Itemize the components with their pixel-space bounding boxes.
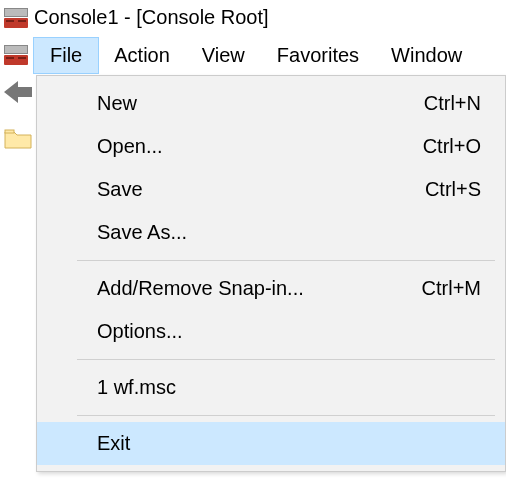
menu-item-save-as[interactable]: Save As... bbox=[37, 211, 505, 254]
file-menu-dropdown: New Ctrl+N Open... Ctrl+O Save Ctrl+S Sa… bbox=[36, 75, 506, 472]
menu-item-label: Save As... bbox=[97, 221, 187, 244]
menu-favorites[interactable]: Favorites bbox=[261, 38, 375, 73]
menu-item-exit[interactable]: Exit bbox=[37, 422, 505, 465]
menu-item-label: New bbox=[97, 92, 137, 115]
menu-separator bbox=[77, 415, 495, 416]
menu-item-label: 1 wf.msc bbox=[97, 376, 176, 399]
menu-item-new[interactable]: New Ctrl+N bbox=[37, 82, 505, 125]
window-title: Console1 - [Console Root] bbox=[34, 6, 269, 29]
svg-rect-7 bbox=[4, 55, 28, 65]
menu-item-label: Open... bbox=[97, 135, 163, 158]
menu-item-shortcut: Ctrl+O bbox=[423, 135, 481, 158]
menu-view[interactable]: View bbox=[186, 38, 261, 73]
menu-item-label: Exit bbox=[97, 432, 130, 455]
menu-separator bbox=[77, 260, 495, 261]
menu-item-recent-1[interactable]: 1 wf.msc bbox=[37, 366, 505, 409]
menu-item-label: Options... bbox=[97, 320, 183, 343]
svg-rect-2 bbox=[4, 18, 28, 28]
back-arrow-icon[interactable] bbox=[4, 81, 32, 108]
titlebar: Console1 - [Console Root] bbox=[0, 0, 506, 35]
svg-rect-4 bbox=[18, 20, 26, 22]
svg-rect-8 bbox=[6, 57, 14, 59]
menu-item-open[interactable]: Open... Ctrl+O bbox=[37, 125, 505, 168]
menu-item-save[interactable]: Save Ctrl+S bbox=[37, 168, 505, 211]
mmc-console-icon bbox=[4, 8, 28, 28]
folder-icon[interactable] bbox=[4, 128, 32, 155]
menu-item-shortcut: Ctrl+S bbox=[425, 178, 481, 201]
svg-rect-11 bbox=[5, 130, 14, 133]
svg-rect-3 bbox=[6, 20, 14, 22]
svg-marker-10 bbox=[4, 81, 32, 103]
menu-separator bbox=[77, 359, 495, 360]
menu-item-options[interactable]: Options... bbox=[37, 310, 505, 353]
menu-file[interactable]: File bbox=[34, 38, 98, 73]
menu-item-label: Save bbox=[97, 178, 143, 201]
menubar: File Action View Favorites Window bbox=[0, 35, 506, 75]
menu-item-label: Add/Remove Snap-in... bbox=[97, 277, 304, 300]
menu-action[interactable]: Action bbox=[98, 38, 186, 73]
mmc-console-icon bbox=[4, 45, 28, 65]
menu-window[interactable]: Window bbox=[375, 38, 478, 73]
svg-rect-6 bbox=[5, 46, 27, 53]
menu-item-shortcut: Ctrl+M bbox=[422, 277, 481, 300]
menu-item-shortcut: Ctrl+N bbox=[424, 92, 481, 115]
svg-rect-9 bbox=[18, 57, 26, 59]
svg-rect-1 bbox=[5, 9, 27, 16]
menu-item-add-remove-snapin[interactable]: Add/Remove Snap-in... Ctrl+M bbox=[37, 267, 505, 310]
toolbar-left bbox=[0, 75, 36, 472]
